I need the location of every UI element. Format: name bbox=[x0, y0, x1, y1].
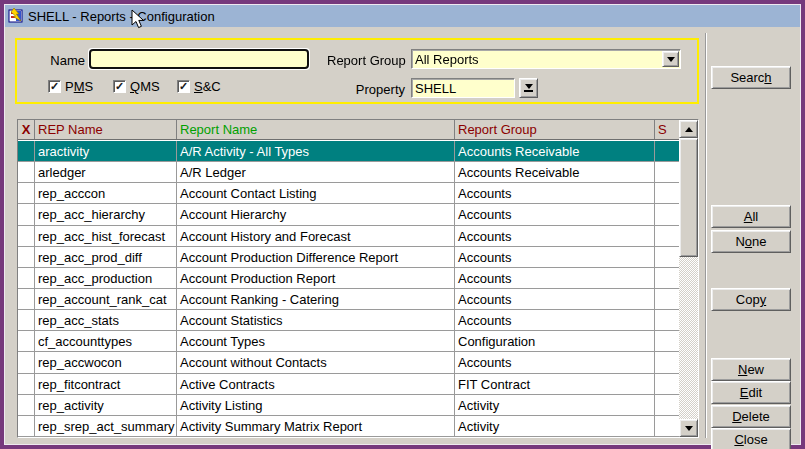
table-row[interactable]: rep_fitcontractActive ContractsFIT Contr… bbox=[18, 374, 679, 395]
table-row[interactable]: cf_accounttypesAccount TypesConfiguratio… bbox=[18, 331, 679, 352]
scroll-down-button[interactable] bbox=[679, 419, 698, 437]
table-row[interactable]: rep_acc_hist_forecastAccount History and… bbox=[18, 226, 679, 247]
pms-checkbox[interactable] bbox=[48, 80, 61, 93]
arrow-up-icon bbox=[685, 127, 693, 132]
close-button[interactable]: Close bbox=[711, 428, 791, 449]
table-cell bbox=[18, 352, 35, 372]
name-input[interactable] bbox=[89, 49, 309, 69]
name-label: Name bbox=[23, 53, 85, 68]
column-header-x[interactable]: X bbox=[18, 120, 35, 139]
table-cell: arledger bbox=[35, 162, 177, 182]
table-cell bbox=[18, 395, 35, 415]
table-cell bbox=[18, 374, 35, 394]
table-cell bbox=[655, 162, 679, 182]
table-cell bbox=[655, 247, 679, 267]
all-button[interactable]: All bbox=[711, 205, 791, 228]
report-group-dropdown-button[interactable] bbox=[662, 51, 679, 67]
table-cell: rep_accwocon bbox=[35, 352, 177, 372]
new-button[interactable]: New bbox=[711, 358, 791, 381]
app-icon bbox=[8, 8, 24, 24]
search-button[interactable]: Search bbox=[711, 66, 791, 89]
table-cell: Accounts bbox=[455, 204, 655, 224]
qms-checkbox[interactable] bbox=[113, 80, 126, 93]
lov-underline-icon bbox=[524, 90, 533, 92]
sc-checkbox-label[interactable]: S&C bbox=[194, 79, 221, 94]
column-header-report-name[interactable]: Report Name bbox=[177, 120, 455, 139]
table-row[interactable]: rep_accconAccount Contact ListingAccount… bbox=[18, 183, 679, 204]
table-cell: Account History and Forecast bbox=[177, 226, 455, 246]
arrow-down-icon bbox=[685, 426, 693, 431]
panel-divider bbox=[705, 33, 707, 438]
app-window: SHELL - Reports - Configuration Name Rep… bbox=[4, 4, 801, 445]
table-row[interactable]: rep_acc_hierarchyAccount HierarchyAccoun… bbox=[18, 204, 679, 225]
table-cell bbox=[655, 310, 679, 330]
column-header-report-group[interactable]: Report Group bbox=[455, 120, 655, 139]
table-cell: Accounts bbox=[455, 183, 655, 203]
table-row[interactable]: rep_activityActivity ListingActivity bbox=[18, 395, 679, 416]
table-cell: rep_srep_act_summary bbox=[35, 416, 177, 436]
table-cell: Account Hierarchy bbox=[177, 204, 455, 224]
pms-checkbox-label[interactable]: PMS bbox=[65, 79, 93, 94]
none-button[interactable]: None bbox=[711, 230, 791, 253]
table-cell bbox=[18, 289, 35, 309]
table-cell: Accounts bbox=[455, 226, 655, 246]
table-cell bbox=[655, 141, 679, 161]
column-header-rep-name[interactable]: REP Name bbox=[35, 120, 177, 139]
table-cell bbox=[655, 331, 679, 351]
table-row[interactable]: aractivityA/R Activity - All TypesAccoun… bbox=[18, 141, 679, 162]
table-cell: Accounts bbox=[455, 310, 655, 330]
table-cell bbox=[655, 289, 679, 309]
reports-table: X REP Name Report Name Report Group S ar… bbox=[17, 119, 699, 438]
table-cell: Account without Contacts bbox=[177, 352, 455, 372]
report-group-select[interactable]: All Reports bbox=[411, 49, 681, 69]
table-row[interactable]: rep_accwoconAccount without ContactsAcco… bbox=[18, 352, 679, 373]
table-cell: Activity bbox=[455, 395, 655, 415]
table-row[interactable]: rep_acc_statsAccount StatisticsAccounts bbox=[18, 310, 679, 331]
column-header-s[interactable]: S bbox=[655, 120, 679, 139]
dialog-content: Name Report Group All Reports Property P… bbox=[5, 27, 800, 444]
table-cell: rep_activity bbox=[35, 395, 177, 415]
table-cell bbox=[18, 183, 35, 203]
scrollbar-thumb[interactable] bbox=[679, 138, 698, 257]
table-cell bbox=[18, 416, 35, 436]
table-cell bbox=[18, 247, 35, 267]
table-header-row: X REP Name Report Name Report Group S bbox=[18, 120, 679, 140]
table-cell: aractivity bbox=[35, 141, 177, 161]
table-cell: rep_account_rank_cat bbox=[35, 289, 177, 309]
table-cell: Account Production Difference Report bbox=[177, 247, 455, 267]
table-row[interactable]: arledgerA/R LedgerAccounts Receivable bbox=[18, 162, 679, 183]
table-row[interactable]: rep_srep_act_summaryActivity Summary Mat… bbox=[18, 416, 679, 437]
sc-checkbox[interactable] bbox=[177, 80, 190, 93]
chevron-down-icon bbox=[667, 57, 675, 62]
table-cell: Account Ranking - Catering bbox=[177, 289, 455, 309]
property-lov-button[interactable] bbox=[519, 78, 538, 98]
table-cell: rep_acc_prod_diff bbox=[35, 247, 177, 267]
qms-checkbox-label[interactable]: QMS bbox=[130, 79, 160, 94]
table-cell: Accounts bbox=[455, 352, 655, 372]
table-cell: Accounts Receivable bbox=[455, 162, 655, 182]
table-cell bbox=[18, 331, 35, 351]
table-cell: Accounts bbox=[455, 289, 655, 309]
table-row[interactable]: rep_account_rank_catAccount Ranking - Ca… bbox=[18, 289, 679, 310]
table-cell: Active Contracts bbox=[177, 374, 455, 394]
table-cell: rep_fitcontract bbox=[35, 374, 177, 394]
table-row[interactable]: rep_acc_productionAccount Production Rep… bbox=[18, 268, 679, 289]
vertical-scrollbar[interactable] bbox=[679, 120, 698, 437]
table-cell: FIT Contract bbox=[455, 374, 655, 394]
table-cell: Account Contact Listing bbox=[177, 183, 455, 203]
table-cell: rep_acccon bbox=[35, 183, 177, 203]
report-group-label: Report Group bbox=[327, 53, 405, 68]
table-cell: Accounts Receivable bbox=[455, 141, 655, 161]
table-cell: Account Statistics bbox=[177, 310, 455, 330]
table-cell bbox=[18, 268, 35, 288]
table-cell: rep_acc_hist_forecast bbox=[35, 226, 177, 246]
property-input[interactable] bbox=[411, 78, 515, 98]
edit-button[interactable]: Edit bbox=[711, 381, 791, 404]
copy-button[interactable]: Copy bbox=[711, 288, 791, 311]
table-cell bbox=[18, 204, 35, 224]
scroll-up-button[interactable] bbox=[679, 120, 698, 138]
delete-button[interactable]: Delete bbox=[711, 405, 791, 428]
table-cell: Accounts bbox=[455, 268, 655, 288]
title-bar[interactable]: SHELL - Reports - Configuration bbox=[5, 5, 800, 27]
table-row[interactable]: rep_acc_prod_diffAccount Production Diff… bbox=[18, 247, 679, 268]
